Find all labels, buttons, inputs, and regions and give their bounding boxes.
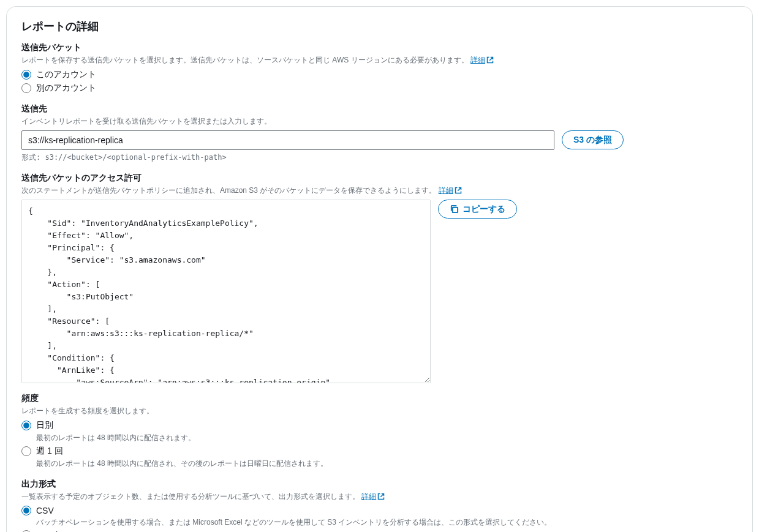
radio-daily[interactable]: 日別 [21, 420, 738, 431]
destination-input[interactable] [21, 130, 554, 150]
radio-weekly[interactable]: 週 1 回 [21, 446, 738, 457]
dest-bucket-hint: レポートを保存する送信先バケットを選択します。送信先バケットは、ソースバケットと… [21, 54, 738, 66]
dest-bucket-block: 送信先バケット レポートを保存する送信先バケットを選択します。送信先バケットは、… [21, 42, 738, 94]
output-detail-link[interactable]: 詳細 [361, 491, 385, 502]
radio-other-account[interactable]: 別のアカウント [21, 83, 738, 94]
external-link-icon [377, 493, 385, 500]
page-title: レポートの詳細 [21, 19, 738, 34]
external-link-icon [486, 56, 494, 64]
destination-hint: インベントリレポートを受け取る送信先バケットを選択または入力します。 [21, 116, 738, 127]
permissions-label: 送信先バケットのアクセス許可 [21, 173, 738, 184]
policy-json-textarea[interactable] [21, 200, 431, 383]
radio-weekly-input[interactable] [21, 446, 31, 456]
browse-s3-button[interactable]: S3 の参照 [562, 130, 624, 149]
output-hint: 一覧表示する予定のオブジェクト数、または使用する分析ツールに基づいて、出力形式を… [21, 491, 738, 502]
destination-block: 送信先 インベントリレポートを受け取る送信先バケットを選択または入力します。 S… [21, 103, 738, 163]
svg-rect-0 [453, 208, 458, 212]
radio-other-account-input[interactable] [21, 83, 31, 93]
copy-icon [450, 204, 459, 214]
output-label: 出力形式 [21, 479, 738, 490]
frequency-hint: レポートを生成する頻度を選択します。 [21, 405, 738, 416]
daily-hint: 最初のレポートは 48 時間以内に配信されます。 [36, 432, 738, 443]
weekly-hint: 最初のレポートは 48 時間以内に配信され、その後のレポートは日曜日に配信されま… [36, 458, 738, 469]
output-block: 出力形式 一覧表示する予定のオブジェクト数、または使用する分析ツールに基づいて、… [21, 479, 738, 532]
destination-format-hint: 形式: s3://<bucket>/<optional-prefix-with-… [21, 152, 738, 163]
frequency-block: 頻度 レポートを生成する頻度を選択します。 日別 最初のレポートは 48 時間以… [21, 393, 738, 469]
radio-this-account-input[interactable] [21, 70, 31, 80]
radio-this-account[interactable]: このアカウント [21, 69, 738, 80]
radio-csv-input[interactable] [21, 506, 31, 515]
csv-hint: バッチオペレーションを使用する場合、または Microsoft Excel など… [36, 517, 738, 528]
dest-bucket-label: 送信先バケット [21, 42, 738, 53]
frequency-label: 頻度 [21, 393, 738, 404]
radio-daily-input[interactable] [21, 421, 31, 430]
radio-csv[interactable]: CSV [21, 506, 738, 515]
destination-label: 送信先 [21, 103, 738, 114]
copy-button[interactable]: コピーする [438, 200, 517, 219]
permissions-hint: 次のステートメントが送信先バケットポリシーに追加され、Amazon S3 がその… [21, 185, 738, 196]
permissions-detail-link[interactable]: 詳細 [439, 185, 462, 196]
permissions-block: 送信先バケットのアクセス許可 次のステートメントが送信先バケットポリシーに追加さ… [21, 173, 738, 383]
report-details-panel: レポートの詳細 送信先バケット レポートを保存する送信先バケットを選択します。送… [6, 6, 753, 532]
external-link-icon [455, 187, 462, 194]
dest-bucket-detail-link[interactable]: 詳細 [470, 54, 494, 66]
